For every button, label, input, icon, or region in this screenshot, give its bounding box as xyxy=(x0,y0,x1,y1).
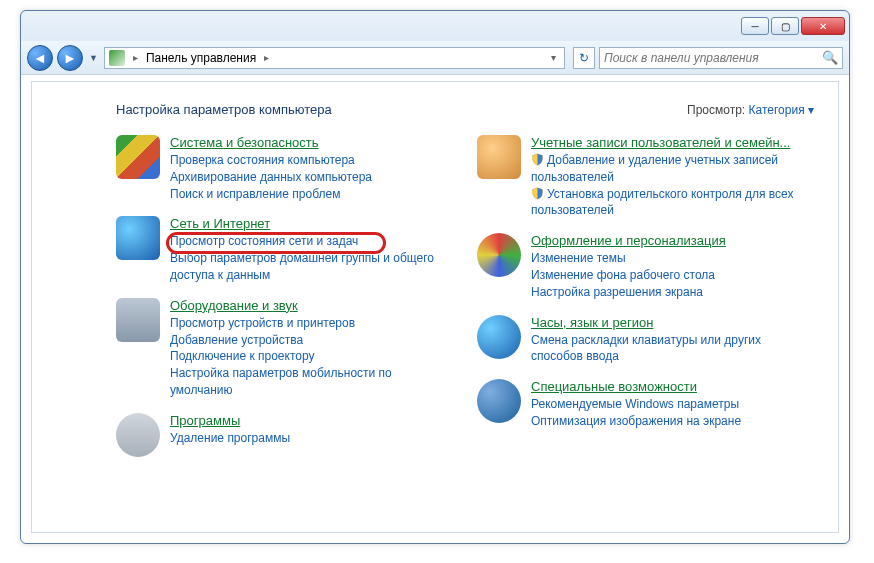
clk-icon xyxy=(477,315,521,359)
breadcrumb-root[interactable]: Панель управления xyxy=(146,51,256,65)
content-header: Настройка параметров компьютера Просмотр… xyxy=(116,102,814,117)
view-by-label: Просмотр: xyxy=(687,103,745,117)
search-box[interactable]: 🔍 xyxy=(599,47,843,69)
category-user: Учетные записи пользователей и семейн...… xyxy=(477,135,814,219)
sys-icon xyxy=(116,135,160,179)
category-title[interactable]: Специальные возможности xyxy=(531,379,814,394)
category-title[interactable]: Программы xyxy=(170,413,453,428)
nav-toolbar: ◄ ► ▼ ▸ Панель управления ▸ ▾ ↻ 🔍 xyxy=(21,41,849,75)
category-sys: Система и безопасностьПроверка состояния… xyxy=(116,135,453,202)
forward-button[interactable]: ► xyxy=(57,45,83,71)
category-link[interactable]: Просмотр состояния сети и задач xyxy=(170,233,453,250)
category-body: Учетные записи пользователей и семейн...… xyxy=(531,135,814,219)
category-link[interactable]: Подключение к проектору xyxy=(170,348,453,365)
category-link[interactable]: Выбор параметров домашней группы и общег… xyxy=(170,250,453,284)
net-icon xyxy=(116,216,160,260)
chevron-right-icon: ▸ xyxy=(260,52,273,63)
left-column: Система и безопасностьПроверка состояния… xyxy=(116,135,453,471)
category-link[interactable]: Рекомендуемые Windows параметры xyxy=(531,396,814,413)
category-body: Специальные возможностиРекомендуемые Win… xyxy=(531,379,814,430)
category-link[interactable]: Проверка состояния компьютера xyxy=(170,152,453,169)
acc-icon xyxy=(477,379,521,423)
category-link[interactable]: Изменение фона рабочего стола xyxy=(531,267,814,284)
category-link[interactable]: Поиск и исправление проблем xyxy=(170,186,453,203)
category-title[interactable]: Сеть и Интернет xyxy=(170,216,453,231)
app-icon xyxy=(477,233,521,277)
user-icon xyxy=(477,135,521,179)
category-columns: Система и безопасностьПроверка состояния… xyxy=(116,135,814,471)
category-hw: Оборудование и звукПросмотр устройств и … xyxy=(116,298,453,399)
category-title[interactable]: Оборудование и звук xyxy=(170,298,453,313)
category-body: Часы, язык и регионСмена раскладки клави… xyxy=(531,315,814,366)
category-title[interactable]: Часы, язык и регион xyxy=(531,315,814,330)
category-clk: Часы, язык и регионСмена раскладки клави… xyxy=(477,315,814,366)
control-panel-window: ─ ▢ ✕ ◄ ► ▼ ▸ Панель управления ▸ ▾ ↻ 🔍 … xyxy=(20,10,850,544)
back-button[interactable]: ◄ xyxy=(27,45,53,71)
chevron-right-icon: ▸ xyxy=(129,52,142,63)
prog-icon xyxy=(116,413,160,457)
category-body: Оборудование и звукПросмотр устройств и … xyxy=(170,298,453,399)
page-title: Настройка параметров компьютера xyxy=(116,102,332,117)
category-link[interactable]: Установка родительского контроля для все… xyxy=(531,186,814,220)
category-body: Система и безопасностьПроверка состояния… xyxy=(170,135,453,202)
category-prog: ПрограммыУдаление программы xyxy=(116,413,453,457)
hw-icon xyxy=(116,298,160,342)
refresh-button[interactable]: ↻ xyxy=(573,47,595,69)
category-net: Сеть и ИнтернетПросмотр состояния сети и… xyxy=(116,216,453,283)
category-link[interactable]: Изменение темы xyxy=(531,250,814,267)
category-title[interactable]: Учетные записи пользователей и семейн... xyxy=(531,135,814,150)
maximize-button[interactable]: ▢ xyxy=(771,17,799,35)
category-link[interactable]: Добавление устройства xyxy=(170,332,453,349)
search-input[interactable] xyxy=(604,51,822,65)
control-panel-icon xyxy=(109,50,125,66)
category-link[interactable]: Оптимизация изображения на экране xyxy=(531,413,814,430)
category-app: Оформление и персонализацияИзменение тем… xyxy=(477,233,814,300)
category-link[interactable]: Настройка разрешения экрана xyxy=(531,284,814,301)
minimize-button[interactable]: ─ xyxy=(741,17,769,35)
right-column: Учетные записи пользователей и семейн...… xyxy=(477,135,814,471)
category-link[interactable]: Просмотр устройств и принтеров xyxy=(170,315,453,332)
category-link[interactable]: Удаление программы xyxy=(170,430,453,447)
category-link[interactable]: Архивирование данных компьютера xyxy=(170,169,453,186)
category-title[interactable]: Система и безопасность xyxy=(170,135,453,150)
category-acc: Специальные возможностиРекомендуемые Win… xyxy=(477,379,814,430)
close-button[interactable]: ✕ xyxy=(801,17,845,35)
view-by: Просмотр: Категория ▾ xyxy=(687,103,814,117)
titlebar: ─ ▢ ✕ xyxy=(21,11,849,41)
search-icon[interactable]: 🔍 xyxy=(822,50,838,65)
category-link[interactable]: Добавление и удаление учетных записей по… xyxy=(531,152,814,186)
content-pane: Настройка параметров компьютера Просмотр… xyxy=(31,81,839,533)
category-body: Сеть и ИнтернетПросмотр состояния сети и… xyxy=(170,216,453,283)
address-dropdown-icon[interactable]: ▾ xyxy=(547,52,560,63)
view-by-dropdown[interactable]: Категория ▾ xyxy=(749,103,814,117)
category-title[interactable]: Оформление и персонализация xyxy=(531,233,814,248)
category-body: Оформление и персонализацияИзменение тем… xyxy=(531,233,814,300)
category-link[interactable]: Смена раскладки клавиатуры или других сп… xyxy=(531,332,814,366)
category-link[interactable]: Настройка параметров мобильности по умол… xyxy=(170,365,453,399)
history-dropdown-icon[interactable]: ▼ xyxy=(87,53,100,63)
address-bar[interactable]: ▸ Панель управления ▸ ▾ xyxy=(104,47,565,69)
category-body: ПрограммыУдаление программы xyxy=(170,413,453,457)
